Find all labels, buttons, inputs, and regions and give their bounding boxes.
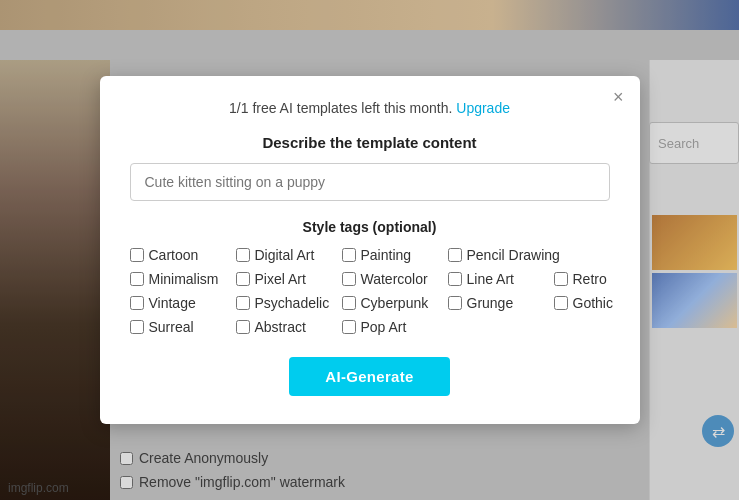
tag-cartoon-label: Cartoon <box>149 247 199 263</box>
checkbox-vintage[interactable] <box>130 296 144 310</box>
tag-cartoon[interactable]: Cartoon <box>130 247 230 263</box>
ai-generate-button[interactable]: AI-Generate <box>289 357 449 396</box>
tag-psychadelic[interactable]: Psychadelic <box>236 295 336 311</box>
checkbox-gothic[interactable] <box>554 296 568 310</box>
describe-title: Describe the template content <box>130 134 610 151</box>
checkbox-abstract[interactable] <box>236 320 250 334</box>
tag-abstract[interactable]: Abstract <box>236 319 336 335</box>
free-text-content: 1/1 free AI templates left this month. <box>229 100 452 116</box>
tag-minimalism[interactable]: Minimalism <box>130 271 230 287</box>
tag-retro-label: Retro <box>573 271 607 287</box>
tags-row-4: Surreal Abstract Pop Art <box>130 319 610 335</box>
ai-template-modal: × 1/1 free AI templates left this month.… <box>100 76 640 424</box>
tag-pixel-art[interactable]: Pixel Art <box>236 271 336 287</box>
tag-retro[interactable]: Retro <box>554 271 654 287</box>
free-templates-text: 1/1 free AI templates left this month. U… <box>130 100 610 116</box>
tag-watercolor[interactable]: Watercolor <box>342 271 442 287</box>
tag-cyberpunk-label: Cyberpunk <box>361 295 429 311</box>
tag-grunge[interactable]: Grunge <box>448 295 548 311</box>
tag-gothic-label: Gothic <box>573 295 613 311</box>
checkbox-pop-art[interactable] <box>342 320 356 334</box>
tag-painting[interactable]: Painting <box>342 247 442 263</box>
checkbox-painting[interactable] <box>342 248 356 262</box>
tags-row-3: Vintage Psychadelic Cyberpunk Grunge Got… <box>130 295 610 311</box>
checkbox-line-art[interactable] <box>448 272 462 286</box>
tag-cyberpunk[interactable]: Cyberpunk <box>342 295 442 311</box>
tag-line-art[interactable]: Line Art <box>448 271 548 287</box>
tag-vintage[interactable]: Vintage <box>130 295 230 311</box>
checkbox-cartoon[interactable] <box>130 248 144 262</box>
tag-pop-art-label: Pop Art <box>361 319 407 335</box>
tag-pencil-drawing[interactable]: Pencil Drawing <box>448 247 560 263</box>
tag-pencil-drawing-label: Pencil Drawing <box>467 247 560 263</box>
checkbox-pencil-drawing[interactable] <box>448 248 462 262</box>
checkbox-digital-art[interactable] <box>236 248 250 262</box>
checkbox-retro[interactable] <box>554 272 568 286</box>
upgrade-link[interactable]: Upgrade <box>456 100 510 116</box>
tag-grunge-label: Grunge <box>467 295 514 311</box>
tag-painting-label: Painting <box>361 247 412 263</box>
tag-surreal[interactable]: Surreal <box>130 319 230 335</box>
checkbox-minimalism[interactable] <box>130 272 144 286</box>
tag-digital-art[interactable]: Digital Art <box>236 247 336 263</box>
style-tags-grid: Cartoon Digital Art Painting Pencil Draw… <box>130 247 610 335</box>
tags-row-1: Cartoon Digital Art Painting Pencil Draw… <box>130 247 610 263</box>
tag-pop-art[interactable]: Pop Art <box>342 319 442 335</box>
tag-pixel-art-label: Pixel Art <box>255 271 306 287</box>
checkbox-watercolor[interactable] <box>342 272 356 286</box>
template-content-input[interactable] <box>130 163 610 201</box>
tag-line-art-label: Line Art <box>467 271 514 287</box>
tag-minimalism-label: Minimalism <box>149 271 219 287</box>
tag-watercolor-label: Watercolor <box>361 271 428 287</box>
tag-surreal-label: Surreal <box>149 319 194 335</box>
checkbox-surreal[interactable] <box>130 320 144 334</box>
tag-gothic[interactable]: Gothic <box>554 295 654 311</box>
checkbox-cyberpunk[interactable] <box>342 296 356 310</box>
tag-digital-art-label: Digital Art <box>255 247 315 263</box>
modal-close-button[interactable]: × <box>613 88 624 106</box>
tags-row-2: Minimalism Pixel Art Watercolor Line Art… <box>130 271 610 287</box>
tag-psychadelic-label: Psychadelic <box>255 295 330 311</box>
checkbox-pixel-art[interactable] <box>236 272 250 286</box>
checkbox-grunge[interactable] <box>448 296 462 310</box>
style-tags-title: Style tags (optional) <box>130 219 610 235</box>
tag-abstract-label: Abstract <box>255 319 306 335</box>
checkbox-psychadelic[interactable] <box>236 296 250 310</box>
tag-vintage-label: Vintage <box>149 295 196 311</box>
